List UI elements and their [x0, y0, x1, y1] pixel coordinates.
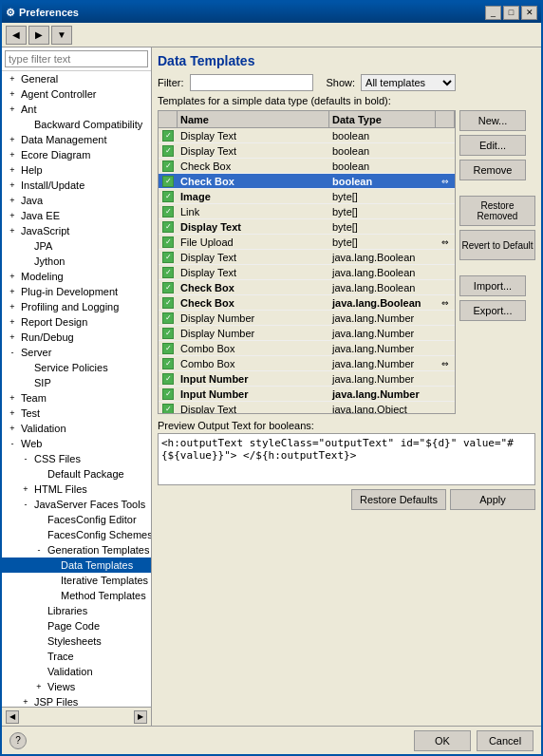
tree-toggle-run-debug[interactable]: +: [6, 331, 19, 344]
row-check[interactable]: ✓: [159, 236, 178, 248]
tree-toggle-test[interactable]: +: [6, 406, 19, 420]
tree-toggle-jsf-tools[interactable]: -: [19, 498, 32, 511]
close-button[interactable]: ✕: [521, 6, 537, 20]
sidebar-item-data-templates[interactable]: Data Templates: [2, 558, 151, 573]
table-row[interactable]: ✓File Uploadbyte[]⇔: [159, 235, 455, 250]
sidebar-item-help[interactable]: +Help: [2, 162, 151, 178]
row-check[interactable]: ✓: [159, 312, 178, 324]
table-row[interactable]: ✓Display Textbyte[]: [159, 219, 455, 235]
tree-toggle-html-files[interactable]: +: [19, 482, 32, 496]
sidebar-item-jython[interactable]: Jython: [2, 254, 151, 269]
tree-toggle-java[interactable]: +: [6, 194, 19, 207]
template-filter-input[interactable]: [190, 74, 313, 91]
tree-toggle-ecore[interactable]: +: [6, 148, 19, 161]
table-row[interactable]: ✓Combo Boxjava.lang.Number: [159, 341, 455, 356]
tree-toggle-profiling[interactable]: +: [6, 300, 19, 313]
sidebar-item-java[interactable]: +Java: [2, 193, 151, 208]
sidebar-item-javascript[interactable]: +JavaScript: [2, 223, 151, 238]
show-select[interactable]: All templatesDefault templatesCustom tem…: [361, 74, 456, 91]
sidebar-item-jpa[interactable]: JPA: [2, 238, 151, 254]
row-check[interactable]: ✓: [159, 252, 178, 263]
table-row[interactable]: ✓Imagebyte[]: [159, 189, 455, 204]
table-row[interactable]: ✓Check Boxboolean⇔: [159, 174, 455, 189]
sidebar-item-run-debug[interactable]: +Run/Debug: [2, 330, 151, 345]
sidebar-item-css-files[interactable]: -CSS Files: [2, 451, 151, 466]
table-row[interactable]: ✓Linkbyte[]: [159, 204, 455, 219]
row-check[interactable]: ✓: [159, 388, 178, 400]
row-check[interactable]: ✓: [159, 161, 178, 172]
tree-toggle-install-update[interactable]: +: [6, 179, 19, 192]
sidebar-item-method-templates[interactable]: Method Templates: [2, 588, 151, 603]
edit-button[interactable]: Edit...: [459, 135, 526, 156]
table-row[interactable]: ✓Combo Boxjava.lang.Number⇔: [159, 356, 455, 371]
cancel-button[interactable]: Cancel: [477, 730, 534, 751]
forward-button[interactable]: ▶: [28, 26, 49, 45]
sidebar-item-jsp-files[interactable]: +JSP Files: [2, 694, 151, 707]
restore-defaults-button[interactable]: Restore Defaults: [351, 489, 446, 510]
tree-toggle-general[interactable]: +: [6, 72, 19, 85]
restore-removed-button[interactable]: Restore Removed: [459, 196, 535, 226]
row-check[interactable]: ✓: [159, 282, 178, 293]
table-row[interactable]: ✓Check Boxboolean: [159, 159, 455, 174]
tree-toggle-server[interactable]: -: [6, 346, 19, 359]
tree-toggle-generation-templates[interactable]: -: [32, 543, 46, 557]
table-row[interactable]: ✓Input Numberjava.lang.Number: [159, 371, 455, 387]
sidebar-item-service-policies[interactable]: Service Policies: [2, 360, 151, 375]
remove-button[interactable]: Remove: [459, 160, 526, 180]
tree-toggle-help[interactable]: +: [6, 163, 19, 177]
table-row[interactable]: ✓Display Textboolean: [159, 128, 455, 143]
sidebar-item-ant[interactable]: +Ant: [2, 102, 151, 117]
sidebar-item-facesconfig-schemes[interactable]: FacesConfig Schemes: [2, 527, 151, 542]
sidebar-item-java-ee[interactable]: +Java EE: [2, 208, 151, 223]
new-button[interactable]: New...: [459, 110, 526, 131]
sidebar-item-sip[interactable]: SIP: [2, 375, 151, 390]
sidebar-item-profiling[interactable]: +Profiling and Logging: [2, 299, 151, 314]
row-check[interactable]: ✓: [159, 267, 178, 278]
minimize-button[interactable]: _: [485, 6, 501, 20]
row-check[interactable]: ✓: [159, 297, 178, 309]
apply-button[interactable]: Apply: [450, 489, 535, 510]
sidebar-item-ecore[interactable]: +Ecore Diagram: [2, 147, 151, 162]
sidebar-item-report-design[interactable]: +Report Design: [2, 314, 151, 330]
row-check[interactable]: ✓: [159, 145, 178, 157]
sidebar-item-trace[interactable]: Trace: [2, 649, 151, 664]
row-check[interactable]: ✓: [159, 328, 178, 339]
tree-toggle-javascript[interactable]: +: [6, 224, 19, 237]
sidebar-item-iterative-templates[interactable]: Iterative Templates: [2, 573, 151, 588]
tree-toggle-java-ee[interactable]: +: [6, 209, 19, 222]
tree-toggle-plugin-dev[interactable]: +: [6, 285, 19, 298]
table-row[interactable]: ✓Check Boxjava.lang.Boolean: [159, 280, 455, 295]
export-button[interactable]: Export...: [459, 300, 526, 321]
sidebar-item-validation[interactable]: +Validation: [2, 421, 151, 436]
menu-button[interactable]: ▼: [51, 26, 72, 45]
row-check[interactable]: ✓: [159, 221, 178, 233]
import-button[interactable]: Import...: [459, 275, 526, 296]
sidebar-item-data-mgmt[interactable]: +Data Management: [2, 132, 151, 147]
tree-toggle-modeling[interactable]: +: [6, 270, 19, 283]
sidebar-item-web[interactable]: -Web: [2, 436, 151, 451]
row-check[interactable]: ✓: [159, 176, 178, 187]
tree-toggle-data-mgmt[interactable]: +: [6, 133, 19, 146]
ok-button[interactable]: OK: [414, 730, 471, 751]
sidebar-item-agent-controller[interactable]: +Agent Controller: [2, 86, 151, 102]
table-row[interactable]: ✓Input Numberjava.lang.Number: [159, 387, 455, 402]
help-button[interactable]: ?: [9, 732, 27, 749]
row-check[interactable]: ✓: [159, 206, 178, 217]
table-row[interactable]: ✓Display Textboolean: [159, 143, 455, 159]
sidebar-item-facesconfig-editor[interactable]: FacesConfig Editor: [2, 512, 151, 527]
sidebar-item-team[interactable]: +Team: [2, 390, 151, 406]
sidebar-item-stylesheets[interactable]: Stylesheets: [2, 633, 151, 649]
row-check[interactable]: ✓: [159, 404, 178, 414]
tree-toggle-agent-controller[interactable]: +: [6, 87, 19, 101]
row-check[interactable]: ✓: [159, 130, 178, 142]
sidebar-filter-input[interactable]: [5, 50, 148, 67]
row-check[interactable]: ✓: [159, 373, 178, 385]
tree-toggle-ant[interactable]: +: [6, 103, 19, 116]
sidebar-item-page-code[interactable]: Page Code: [2, 618, 151, 633]
tree-toggle-views[interactable]: +: [32, 680, 46, 693]
tree-toggle-team[interactable]: +: [6, 391, 19, 405]
tree-toggle-web[interactable]: -: [6, 437, 19, 450]
sidebar-item-html-files[interactable]: +HTML Files: [2, 482, 151, 497]
sidebar-item-server[interactable]: -Server: [2, 345, 151, 360]
sidebar-item-plugin-dev[interactable]: +Plug-in Development: [2, 284, 151, 299]
